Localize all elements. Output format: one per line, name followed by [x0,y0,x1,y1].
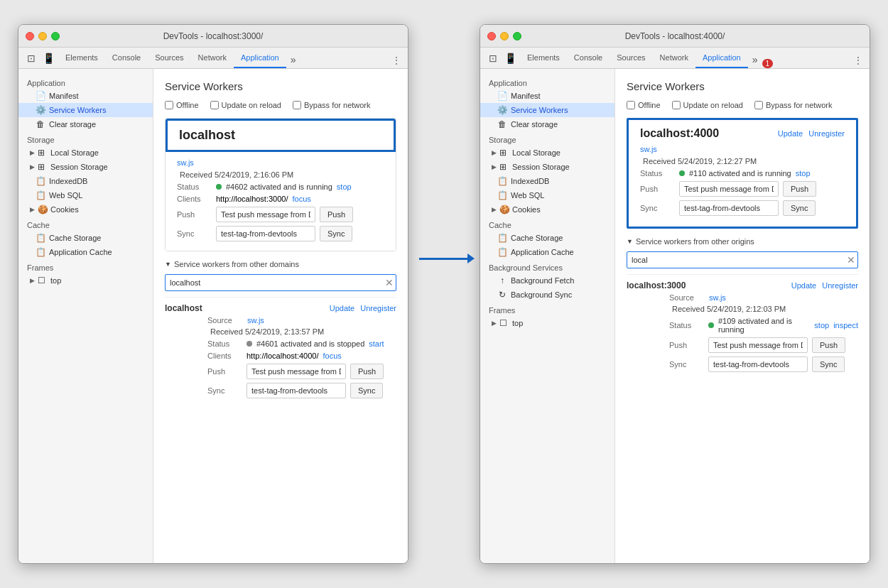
left-device-icon[interactable]: 📱 [41,51,55,65]
sidebar-item-indexeddb-left[interactable]: 📋 IndexedDB [18,174,153,188]
right-other-push-btn[interactable]: Push [812,337,845,353]
left-update-on-reload-checkbox[interactable] [210,101,219,109]
right-push-input[interactable] [679,181,779,197]
right-unregister-btn[interactable]: Unregister [808,129,845,138]
left-other-domains-title[interactable]: ▼ Service workers from other domains [165,260,396,268]
sidebar-item-session-storage-right[interactable]: ▶ ⊞ Session Storage [480,160,614,174]
sidebar-item-clear-storage-left[interactable]: 🗑 Clear storage [18,117,153,131]
left-other-focus-btn[interactable]: focus [323,352,342,360]
left-search-clear-btn[interactable]: ✕ [385,278,394,288]
right-other-origins-title[interactable]: ▼ Service workers from other origins [627,237,858,246]
left-other-source-link[interactable]: sw.js [247,316,264,325]
sidebar-item-websql-left[interactable]: 📋 Web SQL [18,188,153,202]
right-maximize-button[interactable] [513,32,521,40]
left-other-sync-input[interactable] [247,383,346,398]
sidebar-item-manifest-left[interactable]: 📄 Manifest [18,89,153,103]
sidebar-item-app-cache-left[interactable]: 📋 Application Cache [18,245,153,259]
tab-elements-left[interactable]: Elements [58,48,105,68]
right-device-icon[interactable]: 📱 [503,51,517,65]
arrow-line [419,258,469,260]
right-other-inspect-btn[interactable]: inspect [833,321,858,330]
right-close-button[interactable] [487,32,496,40]
right-other-sync-input[interactable] [708,356,808,372]
left-other-unregister-btn[interactable]: Unregister [360,304,396,312]
tab-elements-right[interactable]: Elements [520,48,567,68]
right-stop-btn[interactable]: stop [796,169,811,178]
right-search-input[interactable] [627,251,858,268]
left-focus-btn[interactable]: focus [293,195,311,203]
sidebar-item-clear-storage-right[interactable]: 🗑 Clear storage [480,117,614,131]
right-sw-source-link[interactable]: sw.js [640,145,657,153]
sidebar-item-cache-storage-right[interactable]: 📋 Cache Storage [480,231,614,245]
sidebar-item-local-storage-right[interactable]: ▶ ⊞ Local Storage [480,146,614,160]
left-push-btn[interactable]: Push [320,207,353,222]
left-stop-btn[interactable]: stop [337,183,352,191]
tab-application-right[interactable]: Application [695,48,748,68]
right-other-stop-btn[interactable]: stop [814,321,829,330]
right-menu-button[interactable]: ⋮ [850,53,867,68]
tab-sources-right[interactable]: Sources [610,48,652,68]
tab-console-left[interactable]: Console [105,48,148,68]
left-sync-input[interactable] [216,226,315,241]
left-minimize-button[interactable] [38,32,47,40]
sidebar-item-manifest-right[interactable]: 📄 Manifest [480,89,614,103]
right-other-push-input[interactable] [708,337,808,353]
tab-network-left[interactable]: Network [191,48,234,68]
sidebar-item-session-storage-left[interactable]: ▶ ⊞ Session Storage [18,160,153,174]
right-update-on-reload-option[interactable]: Update on reload [672,101,743,109]
tab-application-left[interactable]: Application [234,48,286,68]
tab-sources-left[interactable]: Sources [148,48,190,68]
left-bypass-option[interactable]: Bypass for network [293,101,371,109]
left-other-start-btn[interactable]: start [369,339,384,348]
sidebar-item-service-workers-right[interactable]: ⚙️ Service Workers [480,103,614,117]
tab-network-right[interactable]: Network [653,48,695,68]
sidebar-item-cookies-left[interactable]: ▶ 🍪 Cookies [18,202,153,217]
sidebar-item-indexeddb-right[interactable]: 📋 IndexedDB [480,174,614,188]
right-offline-checkbox[interactable] [627,101,635,109]
left-offline-checkbox[interactable] [165,101,173,109]
right-inspect-icon[interactable]: ⊡ [486,51,500,65]
sidebar-item-local-storage-left[interactable]: ▶ ⊞ Local Storage [18,146,153,160]
left-bypass-checkbox[interactable] [293,101,301,109]
left-menu-button[interactable]: ⋮ [388,53,405,68]
left-other-sync-btn[interactable]: Sync [350,383,383,398]
left-other-push-btn[interactable]: Push [350,364,384,379]
sidebar-item-service-workers-left[interactable]: ⚙️ Service Workers [18,103,153,117]
right-bypass-option[interactable]: Bypass for network [754,101,833,109]
left-other-update-btn[interactable]: Update [330,304,354,312]
sidebar-item-cache-storage-left[interactable]: 📋 Cache Storage [18,231,153,245]
tab-console-right[interactable]: Console [567,48,610,68]
right-update-btn[interactable]: Update [778,129,803,138]
right-other-source-link[interactable]: sw.js [709,293,726,302]
right-bypass-checkbox[interactable] [754,101,763,109]
left-close-button[interactable] [26,32,34,40]
right-search-clear-btn[interactable]: ✕ [847,255,855,265]
sidebar-item-bg-fetch-right[interactable]: ↑ Background Fetch [480,273,614,288]
sidebar-item-cookies-right[interactable]: ▶ 🍪 Cookies [480,202,614,217]
sidebar-item-top-frame-left[interactable]: ▶ ☐ top [18,273,153,288]
right-minimize-button[interactable] [500,32,509,40]
left-search-input[interactable] [165,274,396,291]
sidebar-item-bg-sync-right[interactable]: ↻ Background Sync [480,288,614,302]
right-push-btn[interactable]: Push [783,181,816,197]
tab-more-right[interactable]: » [748,51,762,68]
left-inspect-icon[interactable]: ⊡ [24,51,38,65]
sidebar-item-app-cache-right[interactable]: 📋 Application Cache [480,245,614,259]
right-sync-btn[interactable]: Sync [783,200,816,216]
right-other-unregister-btn[interactable]: Unregister [822,281,858,290]
right-offline-option[interactable]: Offline [627,101,661,109]
left-sync-btn[interactable]: Sync [320,226,352,241]
left-push-input[interactable] [216,207,315,222]
right-other-sync-btn[interactable]: Sync [812,356,845,372]
right-update-on-reload-checkbox[interactable] [672,101,681,109]
left-update-on-reload-option[interactable]: Update on reload [210,101,281,109]
left-maximize-button[interactable] [51,32,60,40]
sidebar-item-top-frame-right[interactable]: ▶ ☐ top [480,316,614,330]
right-other-update-btn[interactable]: Update [791,281,816,290]
left-offline-option[interactable]: Offline [165,101,199,109]
tab-more-left[interactable]: » [286,51,300,68]
right-sync-input[interactable] [679,200,779,216]
sidebar-item-websql-right[interactable]: 📋 Web SQL [480,188,614,202]
left-other-push-input[interactable] [247,364,346,379]
left-sw-source-link[interactable]: sw.js [177,158,194,167]
